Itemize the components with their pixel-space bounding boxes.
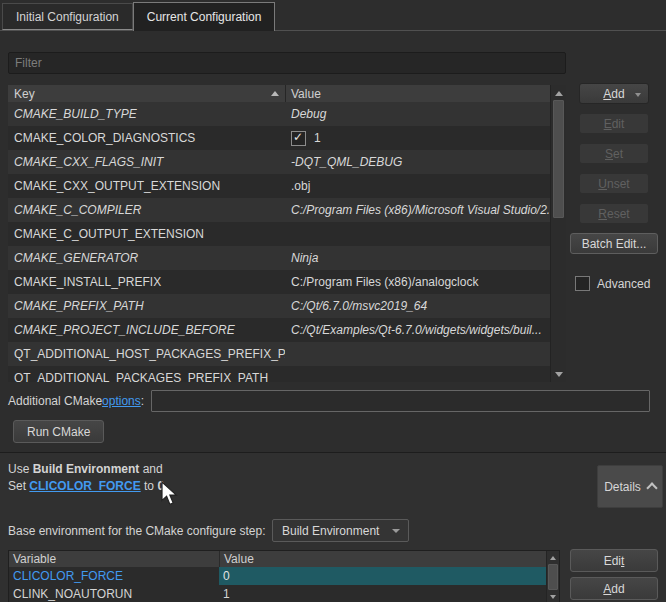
cell-value: ✓1	[285, 131, 566, 146]
additional-options-input[interactable]	[151, 390, 650, 412]
env-table-actions: EditAdd	[570, 549, 658, 600]
value-header-label: Value	[224, 552, 254, 566]
env-variable-name: CLICOLOR_FORCE	[9, 569, 219, 583]
cell-value: -DQT_QML_DEBUG	[285, 155, 566, 169]
key-header-label: Key	[14, 87, 35, 101]
clicolor-force-link[interactable]: CLICOLOR_FORCE	[29, 479, 140, 493]
column-header-key[interactable]: Key	[8, 85, 285, 102]
value-checkbox[interactable]: ✓	[291, 131, 306, 146]
table-row[interactable]: CMAKE_C_COMPILERC:/Program Files (x86)/M…	[8, 198, 566, 222]
additional-options-row: Additional CMake options :	[8, 390, 650, 412]
table-row[interactable]: QT_ADDITIONAL_PACKAGES_PREFIX_PATH	[8, 366, 566, 382]
cell-key: CMAKE_C_OUTPUT_EXTENSION	[8, 227, 285, 241]
scroll-down-icon[interactable]	[551, 367, 566, 381]
advanced-label: Advanced	[597, 277, 650, 291]
table-row[interactable]: CMAKE_INSTALL_PREFIXC:/Program Files (x8…	[8, 270, 566, 294]
base-env-selected-value: Build Environment	[282, 524, 379, 538]
cell-value: C:/Program Files (x86)/Microsoft Visual …	[285, 203, 566, 217]
cell-key: CMAKE_INSTALL_PREFIX	[8, 275, 285, 289]
summary-text: Set	[8, 479, 29, 493]
tab-current-configuration[interactable]: Current Configuration	[133, 2, 276, 31]
env-table-body: CLICOLOR_FORCE0CLINK_NOAUTORUN1	[9, 567, 559, 602]
table-row[interactable]: CMAKE_CXX_OUTPUT_EXTENSION.obj	[8, 174, 566, 198]
scroll-up-icon[interactable]	[551, 86, 566, 100]
summary-text: to	[141, 479, 158, 493]
cell-value: Ninja	[285, 251, 566, 265]
sort-ascending-icon	[271, 91, 279, 96]
env-table-row[interactable]: CLINK_NOAUTORUN1	[9, 585, 559, 602]
env-summary-line2: Set CLICOLOR_FORCE to 0	[8, 479, 164, 493]
table-header: Key Value	[8, 85, 566, 102]
column-header-variable[interactable]: Variable	[9, 551, 219, 567]
summary-text: Use	[8, 462, 33, 476]
env-variables-table: Variable Value CLICOLOR_FORCE0CLINK_NOAU…	[8, 550, 560, 602]
run-cmake-button[interactable]: Run CMake	[13, 420, 104, 443]
cell-key: QT_ADDITIONAL_HOST_PACKAGES_PREFIX_PATH	[8, 347, 285, 361]
environment-section: Use Build Environment and Set CLICOLOR_F…	[0, 452, 666, 602]
table-row[interactable]: CMAKE_PROJECT_INCLUDE_BEFOREC:/Qt/Exampl…	[8, 318, 566, 342]
set-button: Set	[579, 143, 649, 164]
cmake-configuration-panel: Initial ConfigurationCurrent Configurati…	[0, 0, 666, 602]
env-variable-value[interactable]: 1	[219, 585, 546, 602]
filter-input[interactable]	[8, 52, 566, 74]
tab-initial-configuration[interactable]: Initial Configuration	[2, 3, 133, 30]
advanced-checkbox[interactable]	[575, 276, 590, 291]
env-variable-value[interactable]: 0	[219, 567, 546, 585]
details-button[interactable]: Details	[597, 465, 663, 508]
table-scrollbar[interactable]	[550, 85, 566, 382]
cell-key: CMAKE_BUILD_TYPE	[8, 107, 285, 121]
base-env-dropdown[interactable]: Build Environment	[272, 519, 409, 542]
cell-key: CMAKE_PROJECT_INCLUDE_BEFORE	[8, 323, 285, 337]
base-env-label: Base environment for the CMake configure…	[8, 524, 265, 538]
env-table-scrollbar[interactable]	[546, 551, 559, 602]
unset-button: Unset	[579, 173, 649, 194]
env-variable-name: CLINK_NOAUTORUN	[9, 587, 219, 601]
table-actions: AddEditSetUnsetResetBatch Edit...	[570, 83, 658, 254]
table-row[interactable]: CMAKE_BUILD_TYPEDebug	[8, 102, 566, 126]
reset-button: Reset	[579, 203, 649, 224]
summary-value: 0	[157, 479, 164, 493]
cell-value: C:/Program Files (x86)/analogclock	[285, 275, 566, 289]
cell-key: CMAKE_PREFIX_PATH	[8, 299, 285, 313]
cell-value: C:/Qt/Examples/Qt-6.7.0/widgets/widgets/…	[285, 323, 566, 337]
advanced-checkbox-row[interactable]: Advanced	[575, 276, 650, 291]
cell-value: C:/Qt/6.7.0/msvc2019_64	[285, 299, 566, 313]
add-button[interactable]: Add	[579, 83, 649, 104]
cell-key: CMAKE_C_COMPILER	[8, 203, 285, 217]
scroll-down-icon[interactable]	[547, 591, 559, 602]
options-label-prefix: Additional CMake	[8, 394, 102, 408]
scroll-up-icon[interactable]	[547, 552, 559, 563]
env-summary-line1: Use Build Environment and	[8, 462, 163, 476]
edit-env-button[interactable]: Edit	[570, 549, 658, 572]
column-header-value[interactable]: Value	[285, 85, 566, 102]
scrollbar-thumb[interactable]	[548, 564, 558, 590]
chevron-down-icon	[392, 529, 400, 533]
variable-header-label: Variable	[13, 552, 56, 566]
scrollbar-thumb[interactable]	[553, 100, 564, 218]
chevron-down-icon	[635, 93, 641, 97]
add-env-button[interactable]: Add	[570, 577, 658, 600]
batch-edit-button[interactable]: Batch Edit...	[570, 233, 658, 254]
cell-value: .obj	[285, 179, 566, 193]
cell-key: CMAKE_CXX_FLAGS_INIT	[8, 155, 285, 169]
table-row[interactable]: CMAKE_COLOR_DIAGNOSTICS✓1	[8, 126, 566, 150]
cell-value: Debug	[285, 107, 566, 121]
cell-key: CMAKE_CXX_OUTPUT_EXTENSION	[8, 179, 285, 193]
table-body: CMAKE_BUILD_TYPEDebugCMAKE_COLOR_DIAGNOS…	[8, 102, 566, 382]
chevron-up-icon	[646, 482, 657, 493]
cmake-variables-table: Key Value CMAKE_BUILD_TYPEDebugCMAKE_COL…	[8, 85, 566, 382]
cell-key: CMAKE_COLOR_DIAGNOSTICS	[8, 131, 285, 145]
env-table-row[interactable]: CLICOLOR_FORCE0	[9, 567, 559, 585]
build-environment-text: Build Environment	[33, 462, 140, 476]
table-row[interactable]: CMAKE_PREFIX_PATHC:/Qt/6.7.0/msvc2019_64	[8, 294, 566, 318]
cell-key: QT_ADDITIONAL_PACKAGES_PREFIX_PATH	[8, 371, 285, 382]
table-row[interactable]: QT_ADDITIONAL_HOST_PACKAGES_PREFIX_PATH	[8, 342, 566, 366]
column-header-value[interactable]: Value	[219, 551, 559, 567]
options-link[interactable]: options	[102, 394, 141, 408]
cell-key: CMAKE_GENERATOR	[8, 251, 285, 265]
table-row[interactable]: CMAKE_CXX_FLAGS_INIT-DQT_QML_DEBUG	[8, 150, 566, 174]
edit-button: Edit	[579, 113, 649, 134]
configuration-tab-bar: Initial ConfigurationCurrent Configurati…	[0, 0, 666, 31]
table-row[interactable]: CMAKE_C_OUTPUT_EXTENSION	[8, 222, 566, 246]
table-row[interactable]: CMAKE_GENERATORNinja	[8, 246, 566, 270]
